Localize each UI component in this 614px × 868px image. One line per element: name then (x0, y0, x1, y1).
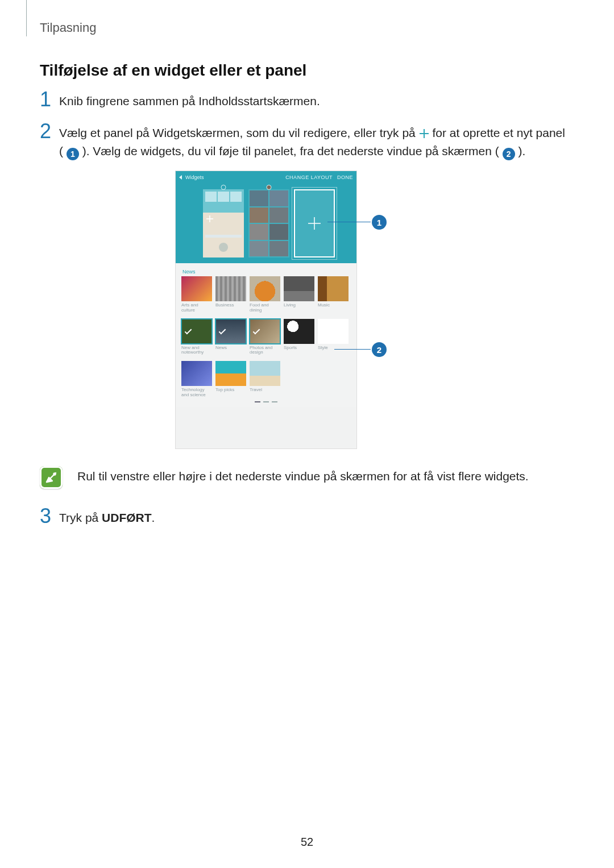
widget-caption: New and noteworthy (181, 346, 212, 356)
step-body: Tryk på UDFØRT. (59, 509, 569, 527)
widget-thumb (284, 276, 314, 301)
change-layout-label: CHANGE LAYOUT (285, 175, 333, 180)
figure-header: Widgets CHANGE LAYOUT DONE (176, 171, 356, 184)
section-title: Tilføjelse af en widget eller et panel (40, 61, 306, 80)
widget-item: New and noteworthy (181, 319, 212, 356)
step-3: 3 Tryk på UDFØRT. (40, 509, 569, 527)
widget-caption: Technology and science (181, 388, 212, 398)
widget-thumb (284, 319, 314, 344)
widget-caption: Business (215, 303, 234, 311)
widget-screen-figure: Widgets CHANGE LAYOUT DONE News Arts and… (175, 171, 357, 449)
widgets-section-label: News (182, 269, 351, 275)
widget-item: Business (215, 276, 246, 313)
text: . (152, 511, 155, 524)
widget-thumb (215, 361, 246, 386)
widget-thumb (318, 276, 349, 301)
widget-caption: Food and dining (250, 303, 280, 313)
callout-line-2: 2 (334, 349, 371, 350)
widget-item: Arts and culture (181, 276, 212, 313)
widgets-area: News Arts and culture Business Food and … (176, 263, 356, 407)
step-number: 3 (40, 504, 51, 528)
text: Tryk på (59, 511, 102, 524)
widget-item: Living (284, 276, 314, 313)
step-1: 1 Knib fingrene sammen på Indholdsstarts… (40, 92, 569, 110)
new-panel-button (294, 189, 335, 258)
text: ). (518, 144, 525, 157)
widget-caption: Music (318, 303, 330, 311)
widget-caption: Top picks (215, 388, 234, 396)
widget-thumb-selected (181, 319, 212, 344)
widget-caption: News (215, 346, 227, 354)
widget-caption: Arts and culture (181, 303, 212, 313)
panel-thumb (203, 189, 244, 258)
widget-thumb (250, 361, 280, 386)
note-icon (40, 466, 63, 489)
widget-item: Technology and science (181, 361, 212, 398)
done-keyword: UDFØRT (102, 511, 152, 524)
widget-caption: Style (318, 346, 328, 354)
widget-item: Top picks (215, 361, 246, 398)
widget-row: Technology and science Top picks Travel (181, 361, 351, 398)
note-text: Rul til venstre eller højre i det neders… (77, 466, 529, 483)
widget-thumb (318, 319, 349, 344)
panel-thumb (248, 189, 289, 258)
callout-line-1: 1 (327, 222, 371, 222)
plus-icon (308, 217, 321, 230)
text: Vælg et panel på Widgetskærmen, som du v… (59, 126, 419, 139)
badge-1: 1 (67, 148, 79, 160)
widget-item: Food and dining (250, 276, 280, 313)
step-2: 2 Vælg et panel på Widgetskærmen, som du… (40, 124, 569, 160)
widget-row: New and noteworthy News Photos and desig… (181, 319, 351, 356)
badge-2: 2 (503, 148, 515, 160)
text: ). Vælg de widgets, du vil føje til pane… (82, 144, 499, 157)
widget-caption: Living (284, 303, 296, 311)
plus-icon (419, 128, 429, 139)
step-number: 1 (40, 88, 51, 111)
callout-badge-2: 2 (372, 342, 387, 357)
margin-rule (26, 0, 27, 36)
step-body: Knib fingrene sammen på Indholdsstartskæ… (59, 92, 569, 110)
widget-row: Arts and culture Business Food and dinin… (181, 276, 351, 313)
widget-item: Travel (250, 361, 280, 398)
widget-thumb (181, 276, 212, 301)
widget-thumb (250, 276, 280, 301)
widget-thumb (181, 361, 212, 386)
back-arrow-icon (179, 175, 182, 180)
breadcrumb: Tilpasning (40, 20, 96, 35)
widget-item: Photos and design (250, 319, 280, 356)
pager-dots (181, 398, 351, 405)
panel-indicator-icon (221, 185, 226, 190)
widget-caption: Travel (250, 388, 262, 396)
done-label: DONE (337, 175, 353, 180)
widget-caption: Sports (284, 346, 297, 354)
widget-thumb-selected (250, 319, 280, 344)
note-block: Rul til venstre eller højre i det neders… (40, 466, 569, 489)
panel-indicator-icon (267, 185, 272, 190)
plus-icon (206, 215, 213, 222)
widget-item: Music (318, 276, 349, 313)
figure-title: Widgets (185, 175, 204, 180)
step-number: 2 (40, 119, 51, 143)
widget-caption: Photos and design (250, 346, 280, 356)
widget-item: Style (318, 319, 349, 356)
widget-item: Sports (284, 319, 314, 356)
widget-item: News (215, 319, 246, 356)
widget-thumb-selected (215, 319, 246, 344)
page-number: 52 (0, 836, 614, 849)
widget-thumb (215, 276, 246, 301)
svg-point-0 (54, 474, 56, 475)
panel-zone (176, 184, 356, 263)
step-body: Vælg et panel på Widgetskærmen, som du v… (59, 124, 569, 160)
callout-badge-1: 1 (372, 215, 387, 230)
